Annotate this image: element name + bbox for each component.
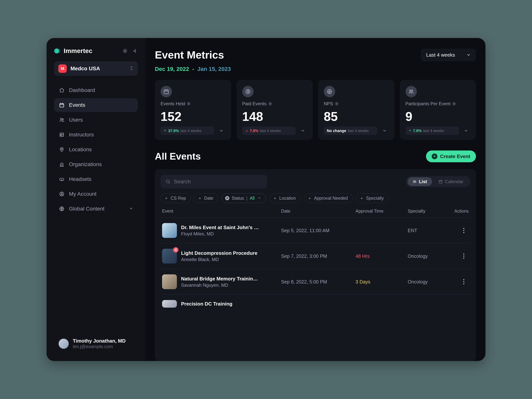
sidebar-item-label: Global Content [69, 206, 104, 212]
filter-chip-specialty[interactable]: ＋ Specialty [356, 193, 389, 203]
th-date: Date [281, 209, 352, 214]
calendar-icon [161, 86, 172, 97]
metric-label: NPS i [324, 101, 389, 106]
globe-icon [59, 206, 65, 211]
table-row[interactable]: Natural Bridge Memory Training Event Sav… [161, 269, 470, 295]
sidebar-topbar: Immertec [54, 47, 138, 55]
vr-headset-icon [59, 177, 65, 182]
arrow-down-icon [245, 129, 248, 132]
metric-expand-button[interactable] [462, 127, 470, 135]
sidebar-item-label: Users [69, 117, 83, 123]
sidebar-item-events[interactable]: Events [54, 98, 138, 112]
svg-point-2 [60, 118, 62, 120]
view-list-button[interactable]: List [408, 177, 432, 186]
th-event: Event [162, 209, 277, 214]
list-icon [412, 180, 417, 184]
events-panel: Search List Calendar ＋ CS Rep [155, 169, 476, 361]
users-icon [59, 117, 65, 123]
sidebar-item-label: Dashboard [69, 87, 95, 93]
info-icon[interactable]: i [187, 102, 190, 105]
sidebar-item-label: Instructors [69, 132, 94, 138]
metric-value: 148 [242, 110, 307, 123]
metric-expand-button[interactable] [217, 127, 226, 135]
search-input[interactable]: Search [161, 175, 267, 189]
metric-value: 9 [405, 110, 470, 123]
plus-icon: ＋ [164, 195, 168, 201]
filter-chip-status[interactable]: ✕ Status | All [222, 193, 266, 203]
row-actions-button[interactable] [460, 253, 467, 260]
collapse-sidebar-button[interactable] [132, 48, 138, 54]
metric-expand-button[interactable] [299, 127, 307, 135]
org-switcher[interactable]: M Medco USA [54, 61, 138, 76]
view-toggle: List Calendar [406, 176, 470, 187]
filter-chip-location[interactable]: ＋ Location [269, 193, 301, 203]
sidebar-item-instructors[interactable]: Instructors [54, 128, 138, 142]
svg-point-3 [62, 119, 63, 120]
sidebar-item-users[interactable]: Users [54, 113, 138, 127]
main-content: Event Metrics Last 4 weeks Dec 19, 2022 … [145, 38, 485, 361]
th-approval: Approval Time [355, 209, 404, 214]
calendar-icon [59, 102, 65, 108]
date-range: Dec 19, 2022 - Jan 15, 2023 [155, 66, 476, 72]
metric-value: 152 [161, 110, 226, 123]
filter-chip-cs-rep[interactable]: ＋ CS Rep [161, 193, 191, 203]
info-icon[interactable]: i [452, 102, 456, 105]
users-group-icon [405, 86, 417, 97]
row-actions-button[interactable] [460, 278, 467, 285]
event-specialty: Oncology [408, 279, 449, 285]
sidebar-item-headsets[interactable]: Headsets [54, 172, 138, 186]
metric-label: Events Held i [161, 101, 226, 106]
brand-name: Immertec [64, 47, 92, 55]
th-actions: Actions [452, 209, 469, 214]
filter-chip-row: ＋ CS Rep ＋ Date ✕ Status | All ＋ Locatio… [161, 193, 470, 203]
user-icon [59, 191, 65, 197]
event-thumbnail: 8 [162, 249, 177, 264]
arrow-up-icon [408, 129, 412, 132]
sun-icon [123, 48, 127, 53]
sidebar-item-dashboard[interactable]: Dashboard [54, 83, 138, 97]
arrow-up-icon [164, 129, 167, 132]
metric-delta: 7.8% last 4 weeks [242, 127, 296, 135]
star-icon [324, 86, 335, 97]
chevron-down-icon [382, 129, 387, 133]
metric-label: Paid Events i [242, 101, 307, 106]
event-instructor: Floyd Miles, MD [181, 231, 261, 237]
sidebar-item-organizations[interactable]: Organizations [54, 158, 138, 171]
brand-mark-icon [54, 48, 61, 54]
event-date: Sep 5, 2022, 11:00 AM [281, 228, 352, 233]
chevron-down-icon [466, 53, 471, 57]
user-card[interactable]: Timothy Jonathan, MD tim.j@example.com [54, 334, 138, 353]
event-title: Light Decompression Procedure [181, 250, 257, 256]
filter-chip-approval-needed[interactable]: ＋ Approval Needed [304, 193, 353, 203]
sidebar-item-label: Events [69, 102, 85, 108]
clear-icon[interactable]: ✕ [225, 196, 229, 200]
table-row[interactable]: Precision DC Training [161, 295, 470, 313]
sidebar-item-global-content[interactable]: Global Content [54, 202, 138, 216]
sidebar-item-locations[interactable]: Locations [54, 143, 138, 156]
table-row[interactable]: Dr. Miles Event at Saint John's Hosp... … [161, 218, 470, 243]
metric-expand-button[interactable] [380, 127, 389, 135]
dollar-icon [242, 86, 254, 97]
svg-point-16 [166, 180, 169, 183]
date-range-select[interactable]: Last 4 weeks [421, 49, 476, 61]
table-row[interactable]: 8 Light Decompression Procedure Annette … [161, 243, 470, 269]
create-event-button[interactable]: + Create Event [426, 151, 476, 162]
row-actions-button[interactable] [460, 227, 467, 234]
info-icon[interactable]: i [335, 102, 338, 105]
event-thumbnail [162, 300, 177, 308]
sidebar: Immertec M Medco USA Das [47, 38, 145, 361]
brand: Immertec [54, 47, 92, 55]
filter-chip-date[interactable]: ＋ Date [194, 193, 218, 203]
info-icon[interactable]: i [268, 102, 272, 105]
svg-point-13 [327, 89, 332, 94]
plus-circle-icon: + [432, 153, 437, 159]
event-thumbnail [162, 274, 177, 289]
user-name: Timothy Jonathan, MD [73, 338, 126, 344]
sidebar-item-my-account[interactable]: My Account [54, 187, 138, 201]
theme-toggle-button[interactable] [122, 48, 128, 54]
svg-point-15 [411, 90, 413, 91]
sidebar-item-label: Headsets [69, 176, 91, 182]
plus-icon: ＋ [360, 195, 364, 201]
building-icon [59, 162, 65, 167]
view-calendar-button[interactable]: Calendar [434, 177, 468, 186]
